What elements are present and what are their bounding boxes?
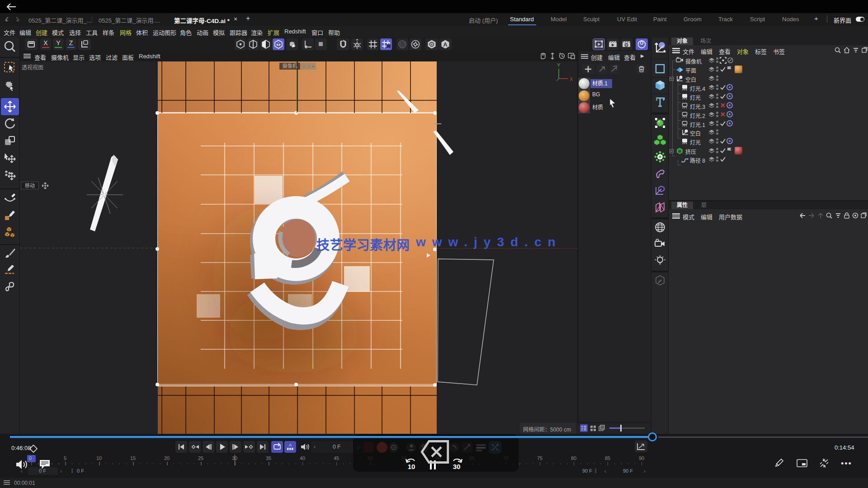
- svg-text:A: A: [443, 41, 448, 48]
- svg-text:X: X: [570, 76, 573, 82]
- svg-text:Y: Y: [557, 62, 561, 68]
- svg-text:A: A: [289, 443, 292, 447]
